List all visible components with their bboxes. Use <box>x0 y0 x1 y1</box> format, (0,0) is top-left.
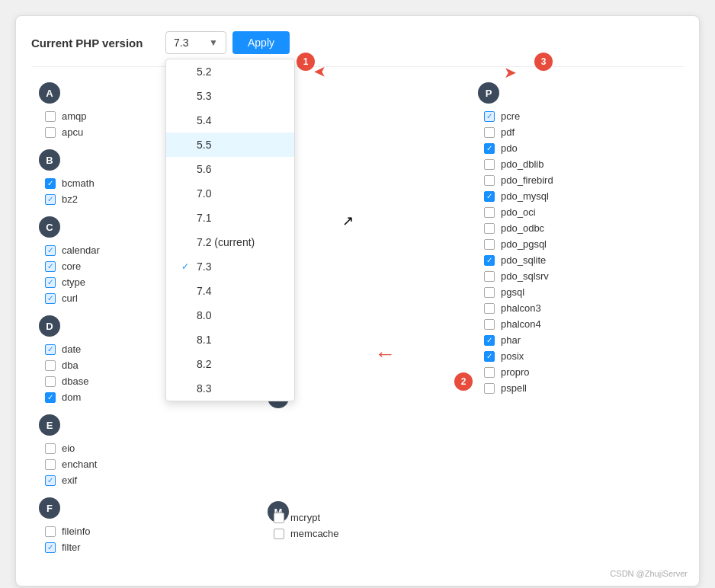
ext-label: phalcon4 <box>501 318 541 330</box>
ext-phalcon4: phalcon4 <box>478 316 676 332</box>
ext-pgsql: pgsql <box>478 284 676 300</box>
checkbox-calendar[interactable] <box>45 245 56 256</box>
checkbox-bcmath[interactable] <box>45 178 56 189</box>
checkbox-dom[interactable] <box>45 392 56 403</box>
version-option-73[interactable]: ✓ 7.3 <box>166 254 294 279</box>
ext-label: pdo_dblib <box>501 158 543 170</box>
letter-badge-B: B <box>39 149 60 171</box>
bottom-items: mcrypt memcache <box>268 510 420 542</box>
checkbox-core[interactable] <box>45 261 56 272</box>
checkbox-posix[interactable] <box>484 351 495 362</box>
ext-pdo-firebird: pdo_firebird <box>478 172 676 188</box>
arrow-ann3: ➤ <box>504 63 517 81</box>
checkbox-enchant[interactable] <box>45 459 56 470</box>
header: Current PHP version 7.3 ▼ 5.2 5.3 5.4 <box>31 31 684 67</box>
version-option-74[interactable]: 7.4 <box>166 279 294 303</box>
checkbox-pspell[interactable] <box>484 383 495 394</box>
apply-button[interactable]: Apply <box>232 31 290 54</box>
checkbox-pdo-dblib[interactable] <box>484 159 495 170</box>
checkbox-memcache[interactable] <box>274 529 284 539</box>
checkbox-pdf[interactable] <box>484 127 495 138</box>
checkbox-pcre[interactable] <box>484 111 495 122</box>
version-option-53[interactable]: 5.3 <box>166 84 294 108</box>
version-option-80[interactable]: 8.0 <box>166 303 294 328</box>
ext-label: amqp <box>62 110 87 122</box>
ext-pdo-oci: pdo_oci <box>478 204 676 220</box>
checkbox-apcu[interactable] <box>45 127 56 138</box>
ext-label: phalcon3 <box>501 302 541 314</box>
version-option-52[interactable]: 5.2 <box>166 59 294 84</box>
version-option-72[interactable]: 7.2 (current) <box>166 230 294 254</box>
main-container: 1 2 3 Current PHP version 7.3 ▼ 5.2 5.3 <box>15 15 700 586</box>
checkbox-ctype[interactable] <box>45 277 56 288</box>
version-label: 7.2 (current) <box>197 236 255 248</box>
ext-enchant: enchant <box>39 456 252 472</box>
checkbox-pdo-firebird[interactable] <box>484 175 495 186</box>
checkbox-dbase[interactable] <box>45 376 56 387</box>
ext-posix: posix <box>478 348 676 364</box>
checkbox-eio[interactable] <box>45 443 56 454</box>
checkbox-pdo[interactable] <box>484 143 495 154</box>
ext-label: propro <box>501 366 530 378</box>
ext-label: exif <box>62 475 77 486</box>
version-option-55[interactable]: 5.5 <box>166 133 294 157</box>
checkbox-filter[interactable] <box>45 542 56 553</box>
ext-label: enchant <box>62 459 97 470</box>
ext-label: core <box>62 260 81 272</box>
checkbox-date[interactable] <box>45 344 56 355</box>
checkbox-exif[interactable] <box>45 475 56 486</box>
checkbox-curl[interactable] <box>45 293 56 304</box>
right-column: P pcre pdf pdo pdo_dblib <box>470 82 684 564</box>
ext-label: pdo <box>501 142 518 154</box>
ext-label: bcmath <box>62 177 95 189</box>
checkbox-fileinfo[interactable] <box>45 526 56 537</box>
checkbox-mcrypt[interactable] <box>274 513 284 523</box>
version-label: 7.0 <box>197 187 211 200</box>
version-label: 5.2 <box>197 66 211 78</box>
version-option-82[interactable]: 8.2 <box>166 352 294 376</box>
ext-memcache: memcache <box>268 526 420 542</box>
ext-pdo-mysql: pdo_mysql <box>478 188 676 204</box>
ext-label: pdo_mysql <box>501 190 549 202</box>
checkbox-phalcon3[interactable] <box>484 303 495 314</box>
watermark: CSDN @ZhujiServer <box>610 569 688 578</box>
version-option-56[interactable]: 5.6 <box>166 157 294 181</box>
version-option-70[interactable]: 7.0 <box>166 181 294 206</box>
checkbox-pdo-sqlsrv[interactable] <box>484 271 495 282</box>
ext-pdo-odbc: pdo_odbc <box>478 220 676 236</box>
ext-label: pcre <box>501 110 520 122</box>
checkbox-pdo-oci[interactable] <box>484 207 495 218</box>
checkbox-pdo-odbc[interactable] <box>484 223 495 234</box>
version-label: 7.1 <box>197 212 211 224</box>
checkbox-propro[interactable] <box>484 367 495 378</box>
ext-label: pdo_odbc <box>501 222 544 234</box>
page-title: Current PHP version <box>31 37 153 50</box>
checkbox-pdo-pgsql[interactable] <box>484 239 495 250</box>
check-icon: ✓ <box>181 261 191 272</box>
version-option-71[interactable]: 7.1 <box>166 206 294 230</box>
version-dropdown[interactable]: 7.3 ▼ <box>165 31 226 54</box>
letter-badge-C: C <box>39 216 60 238</box>
ext-phar: phar <box>478 332 676 348</box>
ext-pdo-dblib: pdo_dblib <box>478 156 676 172</box>
version-selector: 7.3 ▼ 5.2 5.3 5.4 5.5 <box>165 31 290 54</box>
ext-label: dbase <box>62 375 88 387</box>
checkbox-phalcon4[interactable] <box>484 319 495 330</box>
version-option-81[interactable]: 8.1 <box>166 328 294 352</box>
version-label: 8.0 <box>197 309 211 321</box>
checkbox-bz2[interactable] <box>45 194 56 205</box>
checkbox-amqp[interactable] <box>45 111 56 122</box>
version-label: 8.3 <box>197 382 211 395</box>
letter-badge-E: E <box>39 414 60 436</box>
version-option-83[interactable]: 8.3 <box>166 376 294 401</box>
checkbox-phar[interactable] <box>484 335 495 346</box>
ext-exif: exif <box>39 472 252 488</box>
checkbox-pdo-mysql[interactable] <box>484 191 495 202</box>
ext-mcrypt: mcrypt <box>268 510 420 526</box>
checkbox-pdo-sqlite[interactable] <box>484 255 495 266</box>
checkbox-dba[interactable] <box>45 360 56 371</box>
version-option-54[interactable]: 5.4 <box>166 108 294 133</box>
checkbox-pgsql[interactable] <box>484 287 495 298</box>
version-label: 7.4 <box>197 285 211 297</box>
version-label: 5.5 <box>197 139 211 151</box>
